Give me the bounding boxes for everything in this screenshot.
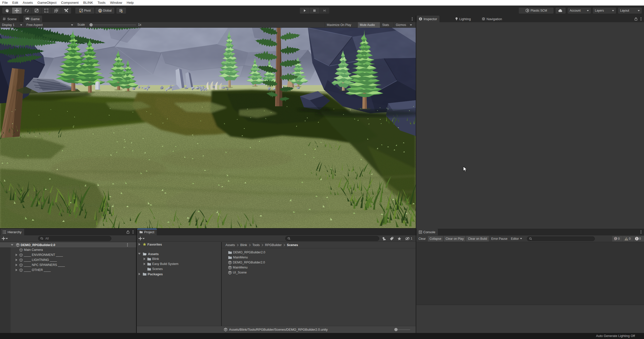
move-tool-button[interactable]: [12, 8, 22, 14]
tab-project[interactable]: Project: [137, 229, 157, 235]
hierarchy-item[interactable]: ____ LIGHTNING ____: [0, 257, 136, 262]
project-file-row[interactable]: MainMenu: [222, 255, 416, 260]
project-file-row[interactable]: DEMO_RPGBuilder2.0: [222, 250, 416, 255]
hierarchy-item[interactable]: ____ ENVIRONMENT ____: [0, 252, 136, 257]
zoom-slider-handle[interactable]: [394, 328, 398, 331]
project-packages-row[interactable]: Packages: [137, 272, 221, 277]
tab-inspector[interactable]: Inspector: [417, 16, 439, 22]
account-dropdown[interactable]: Account: [568, 8, 591, 14]
rotate-tool-button[interactable]: [22, 8, 32, 14]
project-file-row[interactable]: DEMO_RPGBuilder2.0: [222, 260, 416, 265]
stats-button[interactable]: Stats: [380, 22, 394, 28]
breadcrumb-item[interactable]: RPGBuilder: [265, 243, 282, 247]
menu-tools[interactable]: Tools: [95, 0, 108, 6]
breadcrumb-item[interactable]: Tools: [252, 243, 260, 247]
collapse-button[interactable]: Collapse: [428, 236, 443, 242]
menu-gameobject[interactable]: GameObject: [35, 0, 59, 6]
game-viewport[interactable]: [0, 28, 416, 229]
kebab-menu-icon[interactable]: [640, 17, 641, 21]
menu-edit[interactable]: Edit: [10, 0, 20, 6]
hierarchy-item[interactable]: ____ OTHER ____: [0, 267, 136, 273]
step-button[interactable]: [319, 8, 329, 14]
project-search-input[interactable]: [285, 236, 379, 241]
search-by-label-button[interactable]: [388, 235, 396, 242]
kebab-menu-icon[interactable]: [640, 230, 641, 234]
menu-blink[interactable]: BLINK: [81, 0, 95, 6]
info-count-button[interactable]: 0: [612, 236, 623, 242]
foldout-arrow[interactable]: [144, 258, 145, 260]
play-button[interactable]: [300, 8, 310, 14]
clear-button[interactable]: Clear: [417, 236, 428, 242]
clear-on-play-button[interactable]: Clear on Play: [444, 236, 465, 242]
create-asset-button[interactable]: [139, 236, 145, 241]
project-tree-item[interactable]: Easy Build System: [137, 261, 221, 266]
add-gameobject-button[interactable]: [2, 236, 8, 241]
foldout-arrow[interactable]: [16, 254, 17, 256]
custom-tools-button[interactable]: [61, 8, 71, 14]
editor-dropdown[interactable]: Editor: [509, 236, 524, 242]
breadcrumb-item[interactable]: Blink: [240, 243, 247, 247]
aspect-dropdown[interactable]: Free Aspect: [24, 22, 75, 28]
clear-on-build-button[interactable]: Clear on Build: [466, 236, 489, 242]
foldout-arrow[interactable]: [138, 253, 141, 255]
rect-tool-button[interactable]: [42, 8, 51, 14]
foldout-arrow[interactable]: [139, 243, 140, 246]
project-tree-item[interactable]: Blink: [137, 256, 221, 261]
project-file-row[interactable]: MainMenu: [222, 265, 416, 270]
gizmos-dropdown[interactable]: Gizmos: [394, 22, 416, 28]
foldout-arrow[interactable]: [16, 264, 17, 266]
kebab-menu-icon[interactable]: [412, 17, 413, 21]
layers-dropdown[interactable]: Layers: [593, 8, 616, 14]
hierarchy-scene-row[interactable]: DEMO_RPGBuilder2.0: [0, 242, 136, 247]
foldout-arrow[interactable]: [16, 269, 17, 271]
maximize-on-play-button[interactable]: Maximize On Play: [325, 22, 358, 28]
lock-icon[interactable]: [126, 230, 130, 234]
hidden-count-button[interactable]: 1: [403, 235, 414, 242]
cloud-button[interactable]: [556, 8, 566, 14]
warning-count-button[interactable]: 0: [623, 236, 633, 242]
foldout-arrow[interactable]: [144, 263, 145, 265]
display-dropdown[interactable]: Display 1: [0, 22, 24, 28]
search-by-type-button[interactable]: [380, 235, 388, 242]
kebab-menu-icon[interactable]: [133, 230, 134, 234]
plastic-scm-button[interactable]: Plastic SCM: [519, 8, 554, 14]
favorites-star-button[interactable]: [396, 235, 403, 242]
hand-tool-button[interactable]: [2, 8, 12, 14]
console-search-input[interactable]: [527, 236, 595, 241]
global-toggle-button[interactable]: Global: [95, 8, 114, 14]
tab-game[interactable]: Game: [23, 16, 42, 22]
breadcrumb-item[interactable]: Scenes: [287, 243, 298, 247]
project-tree-item[interactable]: Scenes: [137, 266, 221, 272]
zoom-slider[interactable]: [394, 329, 410, 330]
foldout-arrow[interactable]: [139, 273, 140, 275]
menu-component[interactable]: Component: [59, 0, 81, 6]
hierarchy-item[interactable]: Main Camera: [0, 247, 136, 252]
project-file-row[interactable]: UI_Scene: [222, 270, 416, 275]
tab-console[interactable]: Console: [417, 229, 438, 235]
scale-slider[interactable]: [89, 25, 136, 25]
scale-tool-button[interactable]: [32, 8, 42, 14]
breadcrumb-item[interactable]: Assets: [226, 243, 235, 247]
tab-navigation[interactable]: Navigation: [480, 16, 504, 22]
kebab-menu-icon[interactable]: [127, 243, 128, 247]
project-favorites-row[interactable]: Favorites: [137, 242, 221, 247]
project-assets-row[interactable]: Assets: [137, 251, 221, 256]
error-count-button[interactable]: 0: [633, 236, 644, 242]
tab-lighting[interactable]: Lighting: [453, 16, 473, 22]
scale-slider-handle[interactable]: [89, 23, 93, 26]
menu-file[interactable]: File: [0, 0, 10, 6]
foldout-arrow[interactable]: [16, 259, 17, 261]
menu-help[interactable]: Help: [124, 0, 136, 6]
tab-hierarchy[interactable]: Hierarchy: [1, 229, 24, 235]
layout-dropdown[interactable]: Layout: [618, 8, 642, 14]
hierarchy-search-input[interactable]: All: [38, 236, 111, 241]
menu-window[interactable]: Window: [108, 0, 124, 6]
hierarchy-item[interactable]: ____ NPC SPAWNERS ____: [0, 262, 136, 267]
menu-assets[interactable]: Assets: [20, 0, 35, 6]
transform-tool-button[interactable]: [51, 8, 61, 14]
pause-button[interactable]: [310, 8, 319, 14]
foldout-arrow[interactable]: [11, 244, 13, 246]
grid-snap-button[interactable]: [116, 8, 126, 14]
error-pause-button[interactable]: Error Pause: [490, 236, 509, 242]
pivot-toggle-button[interactable]: Pivot: [75, 8, 94, 14]
